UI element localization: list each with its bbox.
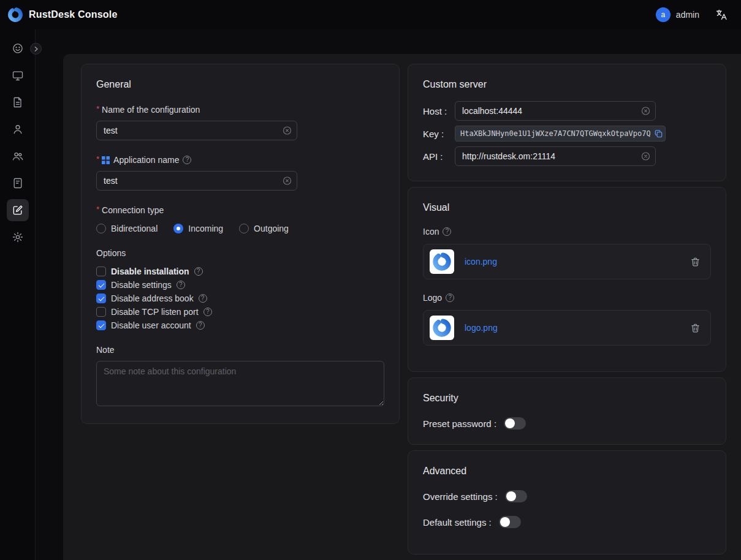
sidebar-item-settings[interactable] [7, 226, 29, 248]
default-settings-toggle[interactable] [499, 516, 521, 528]
clear-circle-icon[interactable] [283, 176, 292, 186]
radio-bidirectional[interactable]: Bidirectional [96, 224, 158, 233]
radio-control[interactable] [239, 224, 249, 233]
brand: RustDesk Console [7, 7, 118, 23]
icon-label-text: Icon [423, 227, 439, 236]
key-input-wrap [455, 126, 666, 142]
help-question-icon[interactable]: ? [203, 308, 212, 316]
options-checkbox-list: Disable installation ? Disable settings … [96, 267, 384, 330]
checkbox-control[interactable] [96, 307, 106, 317]
key-label: Key : [423, 129, 455, 139]
connection-type-label: * Connection type [96, 205, 384, 215]
options-label: Options [96, 248, 384, 258]
connection-type-radio-group: Bidirectional Incoming Outgoing [96, 224, 384, 233]
sidebar-item-documents[interactable] [7, 91, 29, 113]
api-input[interactable] [455, 146, 656, 166]
checkbox-control[interactable] [96, 280, 106, 290]
option-disable-user-account[interactable]: Disable user account ? [96, 320, 384, 330]
avatar[interactable]: a [656, 7, 671, 22]
logo-file-row: logo.png [423, 310, 711, 346]
required-asterisk: * [96, 154, 99, 164]
document-icon [12, 96, 24, 108]
clear-circle-icon[interactable] [641, 107, 650, 116]
sidebar-item-user[interactable] [7, 118, 29, 140]
host-input[interactable] [455, 101, 656, 121]
sidebar-item-devices[interactable] [7, 64, 29, 86]
custom-server-title: Custom server [423, 79, 711, 90]
clear-circle-icon[interactable] [283, 126, 292, 135]
option-disable-installation[interactable]: Disable installation ? [96, 267, 384, 276]
help-question-icon[interactable]: ? [199, 294, 207, 303]
app-name-field-label: * Application name ? [96, 155, 384, 165]
radio-incoming[interactable]: Incoming [173, 224, 223, 233]
header: RustDesk Console a admin [0, 0, 741, 29]
option-disable-tcp-listen-port[interactable]: Disable TCP listen port ? [96, 307, 384, 317]
sidebar-item-custom-clients[interactable] [7, 199, 29, 221]
visual-card: Visual Icon ? icon.png [408, 187, 726, 372]
host-input-wrap [455, 101, 656, 121]
help-question-icon[interactable]: ? [194, 267, 203, 276]
copy-icon[interactable] [654, 129, 663, 138]
app-title: RustDesk Console [29, 9, 118, 20]
checkbox-label: Disable TCP listen port [111, 307, 199, 317]
checkbox-label: Disable address book [111, 293, 194, 303]
devices-icon [12, 69, 24, 81]
key-input[interactable] [455, 126, 666, 142]
delete-trash-icon[interactable] [690, 323, 701, 333]
sidebar-item-groups[interactable] [7, 145, 29, 167]
logo-file-link[interactable]: logo.png [465, 323, 498, 333]
advanced-title: Advanced [423, 466, 711, 477]
users-icon [12, 150, 24, 162]
general-card: General * Name of the configuration * [81, 64, 400, 424]
radio-label: Bidirectional [111, 224, 158, 233]
configuration-name-input[interactable] [96, 121, 297, 140]
windows-icon [102, 156, 110, 164]
note-label-text: Note [96, 345, 115, 355]
preset-password-label: Preset password : [423, 418, 496, 429]
checkbox-label: Disable user account [111, 320, 191, 330]
preset-password-toggle[interactable] [504, 417, 526, 429]
api-input-wrap [455, 146, 656, 166]
general-title: General [96, 79, 384, 90]
override-settings-label: Override settings : [423, 491, 498, 502]
checkbox-control[interactable] [96, 320, 106, 330]
option-disable-address-book[interactable]: Disable address book ? [96, 293, 384, 303]
delete-trash-icon[interactable] [690, 257, 701, 267]
note-textarea[interactable] [96, 361, 384, 406]
user-icon [12, 123, 24, 135]
sidebar-item-dashboard[interactable] [7, 37, 29, 59]
icon-file-link[interactable]: icon.png [465, 257, 497, 267]
options-label-text: Options [96, 248, 126, 258]
host-row: Host : [423, 101, 711, 121]
api-row: API : [423, 146, 711, 166]
note-label: Note [96, 345, 384, 355]
checkbox-control[interactable] [96, 267, 106, 276]
option-disable-settings[interactable]: Disable settings ? [96, 280, 384, 290]
clear-circle-icon[interactable] [641, 152, 650, 161]
help-question-icon[interactable]: ? [177, 281, 185, 289]
radio-control[interactable] [173, 224, 183, 233]
settings-gear-icon [12, 231, 24, 243]
sidebar-collapse-button[interactable] [30, 43, 42, 55]
override-settings-row: Override settings : [423, 490, 711, 502]
advanced-card: Advanced Override settings : Default set… [408, 450, 726, 554]
sidebar-item-audit[interactable] [7, 172, 29, 194]
radio-control[interactable] [96, 224, 106, 233]
help-question-icon[interactable]: ? [443, 227, 451, 236]
default-settings-row: Default settings : [423, 516, 711, 528]
logo-label: Logo ? [423, 293, 711, 303]
security-title: Security [423, 393, 711, 404]
help-question-icon[interactable]: ? [446, 293, 454, 302]
visual-title: Visual [423, 202, 711, 213]
radio-outgoing[interactable]: Outgoing [239, 224, 289, 233]
help-question-icon[interactable]: ? [196, 321, 205, 330]
language-translate-icon[interactable] [715, 9, 728, 21]
checkbox-control[interactable] [96, 293, 106, 303]
key-row: Key : [423, 126, 711, 142]
help-question-icon[interactable]: ? [183, 156, 191, 164]
user-menu[interactable]: a admin [656, 7, 699, 22]
application-name-input[interactable] [96, 171, 297, 191]
app-name-label-text: Application name [113, 155, 179, 165]
content-surface: General * Name of the configuration * [63, 54, 741, 560]
override-settings-toggle[interactable] [505, 490, 527, 502]
